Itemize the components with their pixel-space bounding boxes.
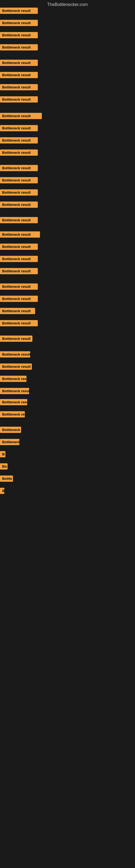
bottleneck-result-item: Bottleneck result: [0, 165, 38, 171]
bottleneck-result-item: Bottleneck result: [0, 283, 38, 290]
bottleneck-result-item: Bottleneck result: [0, 336, 32, 342]
bottleneck-result-item: Bottleneck result: [0, 96, 38, 102]
bottleneck-result-item: Bottleneck result: [0, 150, 38, 156]
bottleneck-result-item: Bottleneck result: [0, 411, 25, 417]
bottleneck-result-item: Bottleneck result: [0, 231, 40, 238]
bottleneck-result-item: Bottleneck result: [0, 217, 38, 223]
bottleneck-result-item: Bottleneck result: [0, 177, 38, 183]
bottleneck-result-item: Bottle: [0, 475, 13, 482]
bottleneck-result-item: Bottleneck result: [0, 351, 30, 358]
bottleneck-result-item: Bottleneck result: [0, 44, 38, 51]
bottleneck-result-item: Bottleneck result: [0, 376, 27, 382]
bottleneck-result-item: Bottleneck result: [0, 296, 38, 302]
bottleneck-result-item: Bottleneck result: [0, 84, 38, 90]
bottleneck-result-item: Bottleneck result: [0, 113, 42, 119]
bottleneck-result-item: Bottleneck result: [0, 320, 38, 326]
bottleneck-result-item: Bottleneck result: [0, 388, 29, 394]
bottleneck-result-item: Bottleneck result: [0, 32, 38, 38]
bottleneck-result-item: Bottleneck result: [0, 20, 38, 26]
bottleneck-result-item: Bottleneck result: [0, 268, 38, 274]
bottleneck-result-item: Bottleneck result: [0, 399, 27, 405]
bottleneck-result-item: Bottleneck result: [0, 189, 38, 195]
bottleneck-result-item: Bottleneck result: [0, 256, 38, 262]
bottleneck-result-item: B: [0, 451, 5, 457]
bottleneck-result-item: Bottleneck result: [0, 202, 38, 208]
bottleneck-result-item: B: [0, 488, 4, 494]
bottleneck-result-item: Bottleneck result: [0, 8, 38, 14]
bottleneck-result-item: Bottleneck result: [0, 72, 38, 78]
bottleneck-result-item: Bottleneck result: [0, 364, 32, 370]
bottleneck-result-item: Bottleneck result: [0, 244, 38, 250]
bottleneck-result-item: Bottleneck result: [0, 125, 38, 131]
bottleneck-result-item: Bo: [0, 463, 8, 469]
bottleneck-result-item: Bottleneck result: [0, 308, 35, 314]
bottleneck-result-item: Bottleneck result: [0, 60, 38, 66]
bottleneck-result-item: Bottleneck result: [0, 137, 38, 144]
bottleneck-result-item: Bottleneck result: [0, 439, 19, 445]
bottleneck-result-item: Bottleneck result: [0, 427, 21, 433]
